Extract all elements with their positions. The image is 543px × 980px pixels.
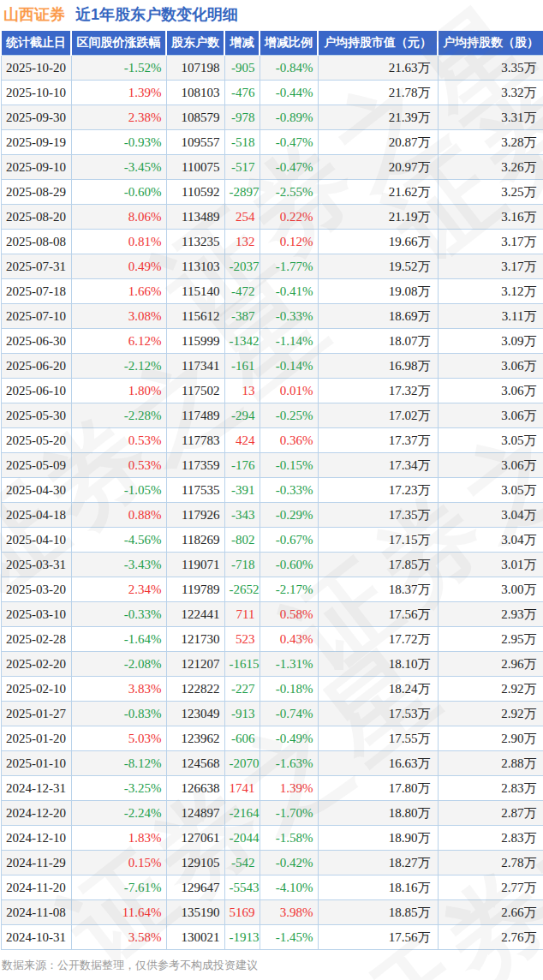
cell-holder-count: 117489 xyxy=(166,403,224,428)
table-row: 2024-12-101.83%127061-2044-1.58%18.90万2.… xyxy=(1,826,543,851)
cell-avg-market-value: 17.56万 xyxy=(318,925,438,950)
cell-avg-market-value: 17.56万 xyxy=(318,602,438,627)
cell-delta: -518 xyxy=(224,130,260,155)
cell-price-change-pct: -7.61% xyxy=(71,875,166,900)
table-row: 2024-10-313.58%130021-1913-1.45%17.56万2.… xyxy=(1,925,543,950)
table-row: 2025-06-20-2.12%117341-161-0.14%16.98万3.… xyxy=(1,354,543,379)
table-row: 2024-12-31-3.25%12663817411.39%17.80万2.8… xyxy=(1,776,543,801)
cell-price-change-pct: -8.12% xyxy=(71,751,166,776)
cell-price-change-pct: -1.52% xyxy=(71,56,166,81)
cell-holder-count: 113103 xyxy=(166,254,224,279)
cell-date: 2025-05-30 xyxy=(1,403,71,428)
cell-holder-count: 122441 xyxy=(166,602,224,627)
cell-delta: -227 xyxy=(224,677,260,702)
cell-avg-market-value: 17.53万 xyxy=(318,702,438,726)
cell-avg-shares: 3.05万 xyxy=(438,478,543,503)
table-row: 2025-05-090.53%117359-176-0.15%17.34万3.0… xyxy=(1,453,543,478)
table-row: 2025-01-27-0.83%123049-913-0.74%17.53万2.… xyxy=(1,702,543,726)
cell-delta-pct: -0.44% xyxy=(260,81,318,105)
cell-price-change-pct: -0.60% xyxy=(71,180,166,205)
cell-delta-pct: -1.63% xyxy=(260,751,318,776)
cell-avg-market-value: 18.37万 xyxy=(318,577,438,602)
cell-holder-count: 129105 xyxy=(166,851,224,875)
cell-avg-shares: 3.05万 xyxy=(438,428,543,453)
table-row: 2025-04-10-4.56%118269-802-0.67%17.15万3.… xyxy=(1,528,543,553)
cell-date: 2025-04-10 xyxy=(1,528,71,553)
cell-avg-shares: 3.31万 xyxy=(438,105,543,130)
cell-date: 2025-07-18 xyxy=(1,279,71,304)
cell-delta: -2037 xyxy=(224,254,260,279)
cell-date: 2025-03-10 xyxy=(1,602,71,627)
cell-delta-pct: -1.77% xyxy=(260,254,318,279)
cell-avg-market-value: 17.34万 xyxy=(318,453,438,478)
cell-avg-shares: 3.12万 xyxy=(438,279,543,304)
table-row: 2025-04-30-1.05%117535-391-0.33%17.23万3.… xyxy=(1,478,543,503)
cell-holder-count: 117502 xyxy=(166,379,224,403)
page-title: 山西证券近1年股东户数变化明细 xyxy=(0,0,543,31)
cell-price-change-pct: -0.33% xyxy=(71,602,166,627)
cell-avg-shares: 2.93万 xyxy=(438,602,543,627)
table-row: 2025-07-103.08%115612-387-0.33%18.69万3.1… xyxy=(1,304,543,329)
cell-holder-count: 127061 xyxy=(166,826,224,851)
cell-avg-market-value: 17.72万 xyxy=(318,627,438,652)
cell-date: 2025-09-10 xyxy=(1,155,71,180)
cell-delta-pct: -2.17% xyxy=(260,577,318,602)
cell-delta-pct: -0.47% xyxy=(260,130,318,155)
cell-holder-count: 113235 xyxy=(166,230,224,254)
table-row: 2025-02-20-2.08%121207-1615-1.31%18.10万2… xyxy=(1,652,543,677)
cell-date: 2024-12-10 xyxy=(1,826,71,851)
cell-price-change-pct: 2.34% xyxy=(71,577,166,602)
cell-holder-count: 115612 xyxy=(166,304,224,329)
cell-avg-market-value: 21.62万 xyxy=(318,180,438,205)
table-row: 2024-11-20-7.61%129647-5543-4.10%18.16万2… xyxy=(1,875,543,900)
cell-delta: -294 xyxy=(224,403,260,428)
table-row: 2025-10-20-1.52%107198-905-0.84%21.63万3.… xyxy=(1,56,543,81)
cell-holder-count: 126638 xyxy=(166,776,224,801)
cell-delta: -718 xyxy=(224,553,260,577)
cell-avg-market-value: 21.78万 xyxy=(318,81,438,105)
cell-holder-count: 117359 xyxy=(166,453,224,478)
cell-holder-count: 117341 xyxy=(166,354,224,379)
cell-holder-count: 108103 xyxy=(166,81,224,105)
cell-delta: -1913 xyxy=(224,925,260,950)
cell-avg-market-value: 18.10万 xyxy=(318,652,438,677)
cell-holder-count: 119071 xyxy=(166,553,224,577)
column-header: 户均持股数（股） xyxy=(438,31,543,56)
cell-delta: -161 xyxy=(224,354,260,379)
cell-delta-pct: -1.31% xyxy=(260,652,318,677)
table-row: 2025-08-208.06%1134892540.22%21.19万3.16万 xyxy=(1,205,543,230)
cell-delta: -913 xyxy=(224,702,260,726)
cell-date: 2025-09-30 xyxy=(1,105,71,130)
table-row: 2025-08-29-0.60%110592-2897-2.55%21.62万3… xyxy=(1,180,543,205)
cell-holder-count: 118269 xyxy=(166,528,224,553)
cell-avg-shares: 3.16万 xyxy=(438,205,543,230)
cell-delta-pct: 0.58% xyxy=(260,602,318,627)
cell-price-change-pct: 0.53% xyxy=(71,453,166,478)
cell-avg-shares: 2.77万 xyxy=(438,875,543,900)
table-row: 2025-07-310.49%113103-2037-1.77%19.52万3.… xyxy=(1,254,543,279)
cell-date: 2025-03-31 xyxy=(1,553,71,577)
cell-avg-shares: 3.35万 xyxy=(438,56,543,81)
cell-price-change-pct: 0.15% xyxy=(71,851,166,875)
cell-avg-shares: 2.88万 xyxy=(438,751,543,776)
cell-avg-market-value: 17.02万 xyxy=(318,403,438,428)
cell-avg-market-value: 17.32万 xyxy=(318,379,438,403)
cell-delta-pct: -0.14% xyxy=(260,354,318,379)
cell-avg-shares: 3.06万 xyxy=(438,403,543,428)
cell-holder-count: 124568 xyxy=(166,751,224,776)
table-row: 2025-05-200.53%1177834240.36%17.37万3.05万 xyxy=(1,428,543,453)
cell-holder-count: 135190 xyxy=(166,900,224,925)
cell-holder-count: 119789 xyxy=(166,577,224,602)
cell-price-change-pct: 1.66% xyxy=(71,279,166,304)
table-row: 2025-03-31-3.43%119071-718-0.60%17.85万3.… xyxy=(1,553,543,577)
cell-avg-market-value: 17.85万 xyxy=(318,553,438,577)
cell-avg-shares: 2.83万 xyxy=(438,776,543,801)
cell-avg-market-value: 17.55万 xyxy=(318,726,438,751)
cell-price-change-pct: 0.81% xyxy=(71,230,166,254)
cell-avg-shares: 3.28万 xyxy=(438,130,543,155)
cell-holder-count: 122822 xyxy=(166,677,224,702)
cell-delta: -2044 xyxy=(224,826,260,851)
cell-holder-count: 123049 xyxy=(166,702,224,726)
cell-price-change-pct: 1.39% xyxy=(71,81,166,105)
cell-avg-market-value: 20.87万 xyxy=(318,130,438,155)
